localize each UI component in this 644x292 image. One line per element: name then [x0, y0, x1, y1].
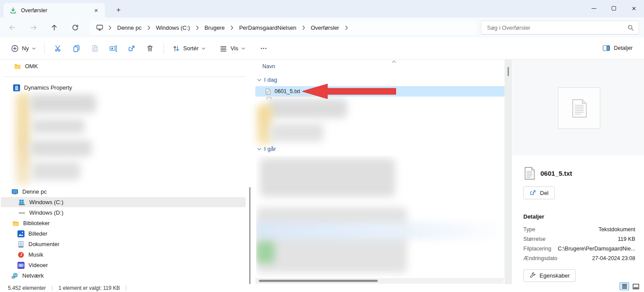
horizontal-scrollbar-thumb[interactable]: [259, 280, 378, 282]
thumbnails-view-button[interactable]: [631, 282, 641, 290]
sidebar-item-denne-pc[interactable]: Denne pc: [1, 187, 246, 197]
share-button[interactable]: [124, 41, 139, 56]
status-divider: [126, 285, 126, 291]
annotation-arrow: [302, 83, 396, 100]
maximize-button[interactable]: [604, 0, 624, 17]
network-icon: [11, 272, 18, 279]
drive-icon: [18, 209, 25, 216]
details-row-size: Størrelse 119 KB: [523, 234, 635, 244]
documents-icon: [17, 241, 24, 248]
file-list: Navn I dag 0601_5.txt I går: [252, 59, 512, 284]
trash-icon: [146, 45, 154, 52]
group-header-today[interactable]: I dag: [257, 76, 277, 83]
chevron-down-icon: [257, 79, 261, 81]
share-button-label: Del: [540, 190, 549, 196]
sidebar-item-label: Netværk: [22, 272, 44, 279]
properties-button[interactable]: Egenskaber: [523, 269, 576, 282]
up-button[interactable]: [47, 20, 62, 35]
tab-strip: Overførsler × + ×: [0, 0, 644, 17]
music-icon: [17, 251, 24, 258]
toolbar-divider: [164, 43, 164, 54]
vertical-scrollbar[interactable]: [505, 59, 512, 284]
new-button[interactable]: Ny: [7, 42, 40, 55]
rename-button[interactable]: [105, 41, 121, 56]
group-label: I dag: [264, 76, 277, 83]
close-button[interactable]: ×: [624, 0, 644, 17]
sidebar-item-dynamics-property[interactable]: Dynamics Property: [1, 83, 246, 93]
breadcrumb-item-brugere[interactable]: Brugere: [202, 23, 227, 32]
sidebar-scrollbar[interactable]: [249, 187, 251, 284]
blurred-sidebar-content: [16, 92, 108, 187]
search-input[interactable]: [487, 21, 623, 34]
up-icon: [50, 24, 58, 31]
sidebar-item-netvaerk[interactable]: Netværk: [1, 271, 246, 281]
chevron-right-icon: [108, 25, 111, 30]
file-name: 0601_5.txt: [275, 88, 300, 94]
share-file-button[interactable]: Del: [523, 186, 555, 199]
properties-button-label: Egenskaber: [540, 272, 570, 279]
delete-button[interactable]: [142, 41, 158, 56]
details-pane: 0601_5.txt Del Detaljer Type Tekstdokume…: [512, 59, 644, 284]
details-row-modified: Ændringsdato 27-04-2024 23:08: [523, 254, 635, 263]
sidebar-item-musik[interactable]: Musik: [1, 250, 246, 260]
copy-button[interactable]: [69, 41, 84, 56]
vertical-scrollbar-thumb[interactable]: [508, 67, 509, 76]
preview-area: [512, 59, 644, 156]
sidebar-divider: [3, 76, 246, 77]
sidebar-item-label: Videoer: [28, 262, 48, 268]
group-header-yesterday[interactable]: I går: [257, 146, 276, 152]
search-icon[interactable]: [627, 24, 634, 31]
minimize-button[interactable]: [584, 0, 604, 17]
sidebar-item-label: Dokumenter: [28, 241, 59, 247]
more-options-button[interactable]: •••: [256, 46, 272, 51]
sidebar-item-label: Denne pc: [22, 188, 47, 195]
view-button[interactable]: Vis: [216, 42, 249, 55]
tab-title: Overførsler: [21, 7, 92, 14]
column-header-name[interactable]: Navn: [262, 63, 275, 70]
toolbar-divider: [44, 43, 45, 54]
details-row-location: Filplacering C:\Brugere\PerDamsgaardNie.…: [523, 244, 635, 254]
cut-button[interactable]: [50, 41, 66, 56]
sidebar-item-windows-c[interactable]: Windows (C:): [1, 197, 246, 207]
sidebar-item-videoer[interactable]: Videoer: [1, 260, 246, 270]
location-icon[interactable]: [96, 24, 104, 31]
sidebar-item-windows-d[interactable]: Windows (D:): [1, 208, 246, 218]
tab-overfoersler[interactable]: Overførsler ×: [3, 3, 105, 17]
refresh-button[interactable]: [68, 20, 83, 35]
windows-drive-icon: [18, 199, 25, 206]
sidebar-item-dokumenter[interactable]: Dokumenter: [1, 239, 246, 249]
details-view-icon: [622, 284, 627, 289]
back-button[interactable]: [5, 20, 20, 35]
details-heading: Detaljer: [523, 213, 544, 220]
breadcrumb-item-denne-pc[interactable]: Denne pc: [115, 23, 144, 32]
breadcrumb-item-user[interactable]: PerDamsgaardNielsen: [237, 23, 299, 32]
new-tab-button[interactable]: +: [113, 4, 124, 16]
document-preview-icon: [572, 99, 587, 118]
breadcrumb: Denne pc Windows (C:) Brugere PerDamsgaa…: [90, 21, 477, 35]
forward-button[interactable]: [26, 20, 41, 35]
pictures-icon: [17, 230, 24, 237]
breadcrumb-item-windows-c[interactable]: Windows (C:): [153, 23, 193, 32]
details-toggle-label: Detaljer: [614, 45, 633, 51]
sort-button-label: Sortér: [183, 45, 198, 52]
status-bar: 5.452 elementer 1 element er valgt: 119 …: [0, 284, 644, 292]
tab-close-button[interactable]: ×: [92, 6, 101, 15]
details-rows: Type Tekstdokument Størrelse 119 KB Filp…: [523, 225, 635, 263]
detail-label: Ændringsdato: [523, 255, 557, 261]
paste-button[interactable]: [87, 41, 103, 56]
details-view-button[interactable]: [620, 282, 629, 290]
sidebar-item-billeder[interactable]: Billeder: [1, 229, 246, 239]
sidebar-item-biblioteker[interactable]: Biblioteker: [1, 218, 246, 228]
sort-button[interactable]: Sortér: [168, 42, 209, 55]
details-pane-toggle[interactable]: Detaljer: [598, 41, 637, 55]
wrench-icon: [529, 272, 536, 279]
detail-label: Filplacering: [523, 246, 551, 252]
sidebar-item-omk[interactable]: OMK: [1, 61, 246, 71]
chevron-right-icon: [147, 25, 150, 30]
copy-icon: [73, 45, 80, 52]
blurred-files-yesterday: [256, 156, 505, 277]
close-icon: ×: [632, 5, 636, 12]
text-file-icon: [265, 88, 271, 95]
chevron-right-icon: [302, 25, 305, 30]
breadcrumb-item-overfoersler[interactable]: Overførsler: [308, 23, 342, 32]
